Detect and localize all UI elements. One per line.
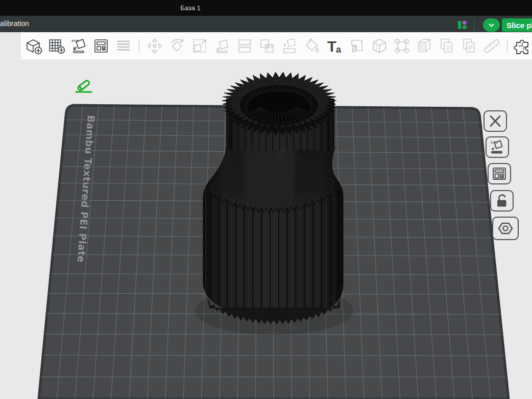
plate-settings-button[interactable] [492, 217, 519, 240]
auto-orient-icon: AUTO [490, 139, 505, 155]
auto-orient-button[interactable]: AUTO [68, 36, 89, 56]
rotate-button [167, 36, 187, 56]
delete-plate-button[interactable] [483, 110, 507, 132]
add-plate-button[interactable] [46, 36, 66, 56]
auto-label: AUTO [491, 141, 498, 144]
doc-p-label: P [468, 44, 473, 52]
lock-plate-button[interactable] [490, 190, 514, 212]
add-object-button[interactable] [23, 36, 44, 56]
close-icon [488, 114, 503, 128]
auto-label: AUTO [71, 39, 79, 42]
split-objects-button [113, 36, 134, 56]
title-bar: База 1 [0, 0, 532, 16]
app-window: База 1 alibration Slice pla [0, 0, 532, 399]
seam-painting-button [347, 36, 367, 56]
plate-layout-icon[interactable] [457, 20, 468, 30]
print-parameters-button: P [459, 36, 479, 56]
chevron-down-icon [489, 24, 494, 27]
mesh-boolean-button [257, 36, 277, 56]
slice-plate-label: Slice pla [506, 21, 532, 30]
seam-cube-button [369, 36, 390, 56]
assembly-button[interactable] [513, 36, 532, 56]
auto-orient-plate-button[interactable]: AUTO [486, 136, 509, 158]
support-painting-button [279, 36, 300, 56]
header-bar: alibration [0, 16, 532, 32]
viewport-3d[interactable]: Bambu Textured PEI Plate AUTO [0, 32, 532, 399]
text-tool-T: T [327, 38, 336, 55]
toolbar-divider [507, 39, 507, 53]
scale-button [189, 36, 210, 56]
toolbar-divider [139, 39, 139, 53]
slice-dropdown-button[interactable] [483, 18, 500, 32]
lay-on-face-button [212, 36, 232, 56]
header-divider [474, 19, 474, 31]
edit-plate-name-icon[interactable] [76, 80, 91, 92]
main-toolbar: AUTO [21, 32, 532, 60]
scene-canvas[interactable]: Bambu Textured PEI Plate [0, 32, 532, 399]
hexagon-settings-icon [497, 221, 514, 236]
move-button [144, 36, 165, 56]
variable-layer-height-button [414, 36, 434, 56]
text-tool-button[interactable]: T a [324, 36, 345, 56]
cut-button [234, 36, 255, 56]
tab-calibration[interactable]: alibration [0, 19, 29, 28]
measure-button [481, 36, 502, 56]
text-tool-a: a [336, 44, 342, 55]
arrange-icon [492, 167, 507, 181]
fit-button [392, 36, 412, 56]
unlock-icon [494, 194, 510, 208]
slice-plate-button[interactable]: Slice pla [502, 18, 532, 32]
arrange-plate-button[interactable] [488, 163, 511, 184]
window-title: База 1 [180, 4, 201, 12]
color-painting-button [302, 36, 322, 56]
arrange-button[interactable] [91, 36, 111, 56]
doc-zero-label: 0 [446, 44, 450, 52]
number-plates-button: 0 [437, 36, 457, 56]
